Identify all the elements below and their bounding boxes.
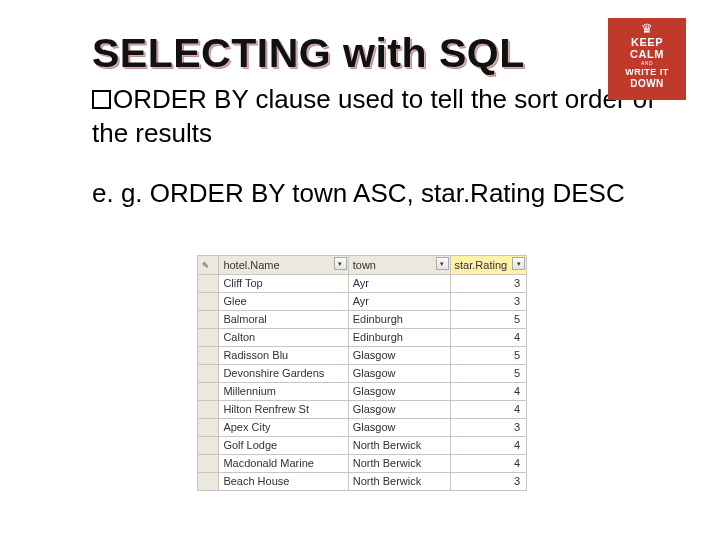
header-label: star.Rating (455, 259, 508, 271)
dropdown-icon[interactable]: ▾ (334, 257, 347, 270)
cell-hotelname: Hilton Renfrew St (219, 401, 348, 419)
row-selector[interactable] (198, 365, 219, 383)
row-selector[interactable] (198, 473, 219, 491)
cell-town: Glasgow (348, 401, 450, 419)
badge-line: KEEP (631, 36, 663, 48)
cell-town: Edinburgh (348, 311, 450, 329)
header-label: hotel.Name (223, 259, 279, 271)
table-row[interactable]: Macdonald MarineNorth Berwick4 (198, 455, 527, 473)
bullet: ORDER BY clause used to tell the sort or… (92, 83, 670, 151)
slide: ♛ KEEP CALM AND WRITE IT DOWN SELECTING … (0, 0, 720, 540)
table-row[interactable]: Hilton Renfrew StGlasgow4 (198, 401, 527, 419)
bullet-box-icon (92, 90, 111, 109)
table-row[interactable]: BalmoralEdinburgh5 (198, 311, 527, 329)
pencil-icon: ✎ (202, 258, 213, 273)
badge-line: WRITE IT (625, 68, 669, 78)
crown-icon: ♛ (641, 22, 653, 35)
cell-starrating: 3 (450, 419, 526, 437)
col-header-starrating[interactable]: star.Rating ▾ (450, 256, 526, 275)
cell-starrating: 5 (450, 347, 526, 365)
cell-hotelname: Cliff Top (219, 275, 348, 293)
cell-town: North Berwick (348, 455, 450, 473)
row-selector[interactable] (198, 275, 219, 293)
cell-town: Ayr (348, 293, 450, 311)
row-selector[interactable] (198, 419, 219, 437)
dropdown-icon[interactable]: ▾ (512, 257, 525, 270)
row-selector[interactable] (198, 401, 219, 419)
table-row[interactable]: CaltonEdinburgh4 (198, 329, 527, 347)
row-selector[interactable] (198, 383, 219, 401)
table-row[interactable]: Beach HouseNorth Berwick3 (198, 473, 527, 491)
header-label: town (353, 259, 376, 271)
table-header-row: ✎ hotel.Name ▾ town ▾ star.Rating ▾ (198, 256, 527, 275)
cell-starrating: 5 (450, 365, 526, 383)
cell-hotelname: Calton (219, 329, 348, 347)
cell-town: Edinburgh (348, 329, 450, 347)
badge-line: AND (641, 61, 653, 67)
cell-starrating: 4 (450, 329, 526, 347)
cell-town: Glasgow (348, 365, 450, 383)
cell-hotelname: Golf Lodge (219, 437, 348, 455)
cell-town: Glasgow (348, 419, 450, 437)
badge-line: CALM (630, 48, 664, 60)
cell-hotelname: Devonshire Gardens (219, 365, 348, 383)
cell-starrating: 5 (450, 311, 526, 329)
example-text: e. g. ORDER BY town ASC, star.Rating DES… (92, 177, 632, 211)
col-header-town[interactable]: town ▾ (348, 256, 450, 275)
table-row[interactable]: Devonshire GardensGlasgow5 (198, 365, 527, 383)
row-selector[interactable] (198, 311, 219, 329)
row-selector-header[interactable]: ✎ (198, 256, 219, 275)
table-row[interactable]: Radisson BluGlasgow5 (198, 347, 527, 365)
table-row[interactable]: Golf LodgeNorth Berwick4 (198, 437, 527, 455)
cell-starrating: 3 (450, 473, 526, 491)
cell-starrating: 4 (450, 437, 526, 455)
cell-hotelname: Balmoral (219, 311, 348, 329)
cell-starrating: 4 (450, 401, 526, 419)
page-title: SELECTING with SQL (92, 30, 670, 77)
cell-town: North Berwick (348, 473, 450, 491)
cell-starrating: 4 (450, 383, 526, 401)
row-selector[interactable] (198, 293, 219, 311)
cell-town: Glasgow (348, 383, 450, 401)
cell-hotelname: Glee (219, 293, 348, 311)
keep-calm-badge: ♛ KEEP CALM AND WRITE IT DOWN (608, 18, 686, 100)
table-row[interactable]: Cliff TopAyr3 (198, 275, 527, 293)
cell-hotelname: Millennium (219, 383, 348, 401)
table-row[interactable]: GleeAyr3 (198, 293, 527, 311)
cell-starrating: 4 (450, 455, 526, 473)
row-selector[interactable] (198, 347, 219, 365)
cell-starrating: 3 (450, 275, 526, 293)
cell-hotelname: Apex City (219, 419, 348, 437)
cell-town: Ayr (348, 275, 450, 293)
cell-hotelname: Radisson Blu (219, 347, 348, 365)
row-selector[interactable] (198, 329, 219, 347)
results-table-wrap: ✎ hotel.Name ▾ town ▾ star.Rating ▾ (197, 255, 527, 491)
cell-starrating: 3 (450, 293, 526, 311)
row-selector[interactable] (198, 437, 219, 455)
bullet-text: ORDER BY clause used to tell the sort or… (92, 84, 654, 148)
table-row[interactable]: MillenniumGlasgow4 (198, 383, 527, 401)
cell-hotelname: Beach House (219, 473, 348, 491)
row-selector[interactable] (198, 455, 219, 473)
col-header-hotelname[interactable]: hotel.Name ▾ (219, 256, 348, 275)
cell-hotelname: Macdonald Marine (219, 455, 348, 473)
badge-line: DOWN (630, 78, 664, 89)
table-body: Cliff TopAyr3GleeAyr3BalmoralEdinburgh5C… (198, 275, 527, 491)
results-table: ✎ hotel.Name ▾ town ▾ star.Rating ▾ (197, 255, 527, 491)
cell-town: North Berwick (348, 437, 450, 455)
dropdown-icon[interactable]: ▾ (436, 257, 449, 270)
table-row[interactable]: Apex CityGlasgow3 (198, 419, 527, 437)
cell-town: Glasgow (348, 347, 450, 365)
